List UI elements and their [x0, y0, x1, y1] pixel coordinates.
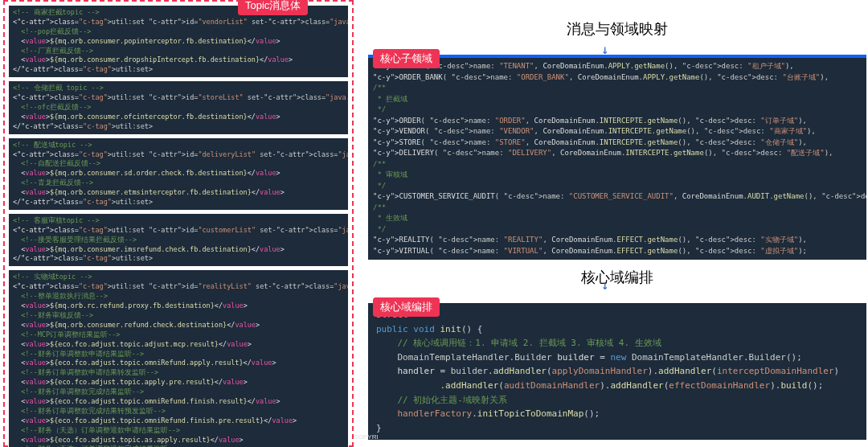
- watermark: COPYRI: [354, 433, 379, 441]
- right-column: 消息与领域映射 ↓ 核心子领域 "c-y">TENANT( "c-desc">n…: [368, 0, 866, 440]
- xml-code-block: <!-- 客服审核topic --><"c-attr">class="c-tag…: [9, 214, 348, 266]
- label-topic: Topic消息体: [238, 0, 308, 15]
- orchestration-block: 核心域编排 struct public void init() { // 核心域…: [368, 303, 866, 440]
- orchestration-code: struct public void init() { // 核心域调用链：1.…: [368, 303, 866, 440]
- xml-code-block: <!-- 商家拦截topic --><"c-attr">class="c-tag…: [9, 6, 348, 77]
- xml-code-block: <!-- 实物域topic --><"c-attr">class="c-tag"…: [9, 270, 348, 447]
- subdomain-code: "c-y">TENANT( "c-desc">name: "TENANT", C…: [368, 55, 866, 260]
- label-subdomain: 核心子领域: [373, 49, 440, 68]
- subdomain-block: 核心子领域 "c-y">TENANT( "c-desc">name: "TENA…: [368, 55, 866, 260]
- title-mapping: 消息与领域映射: [368, 19, 866, 39]
- topic-message-panel: Topic消息体 <!-- 商家拦截topic --><"c-attr">cla…: [3, 0, 354, 447]
- label-orchestration: 核心域编排: [373, 297, 440, 317]
- xml-code-block: <!-- 配送域topic --><"c-attr">class="c-tag"…: [9, 138, 348, 210]
- xml-code-block: <!-- 仓储拦截 topic --><"c-attr">class="c-ta…: [9, 81, 348, 133]
- title-orchestration: 核心域编排: [368, 268, 866, 287]
